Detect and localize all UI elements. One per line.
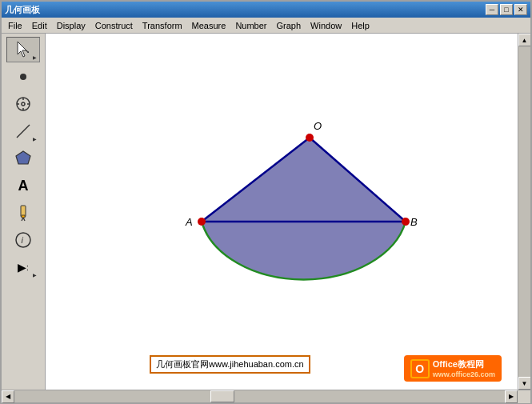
marker-tool[interactable] xyxy=(6,200,40,226)
office-badge-line2: www.office26.com xyxy=(433,370,495,378)
scroll-up-button[interactable]: ▲ xyxy=(518,34,531,46)
watermark-text: 几何画板官网www.jihehuaban.com.cn xyxy=(156,359,304,369)
menu-transform[interactable]: Transform xyxy=(138,19,187,32)
point-o xyxy=(306,134,314,142)
polygon-tool[interactable] xyxy=(6,146,40,171)
office-icon: O xyxy=(410,359,430,378)
scroll-left-button[interactable]: ◀ xyxy=(2,390,14,403)
custom-tool[interactable]: ▶: ▶ xyxy=(6,254,40,280)
menu-bar: File Edit Display Construct Transform Me… xyxy=(2,18,530,34)
scroll-right-button[interactable]: ▶ xyxy=(505,390,518,403)
svg-line-14 xyxy=(23,218,25,221)
scrollbar-corner xyxy=(518,390,530,403)
label-o: O xyxy=(314,120,322,132)
svg-marker-0 xyxy=(18,42,26,57)
office-badge-text: Office教程网 www.office26.com xyxy=(433,358,495,378)
close-button[interactable]: ✕ xyxy=(514,4,527,15)
scroll-track-vertical[interactable] xyxy=(518,46,531,377)
svg-rect-12 xyxy=(22,215,25,218)
scrollbar-horizontal: ◀ ▶ xyxy=(2,390,518,402)
label-b: B xyxy=(410,216,418,228)
bottom-area: ◀ ▶ xyxy=(2,390,530,402)
menu-measure[interactable]: Measure xyxy=(187,19,231,32)
scrollbar-vertical: ▲ ▼ xyxy=(518,34,530,390)
svg-line-9 xyxy=(17,125,30,138)
main-area: ▶ xyxy=(2,34,530,390)
menu-file[interactable]: File xyxy=(3,19,27,32)
menu-window[interactable]: Window xyxy=(306,19,346,32)
svg-point-2 xyxy=(20,74,26,80)
title-bar-controls: ─ □ ✕ xyxy=(486,4,527,15)
scroll-track-horizontal[interactable] xyxy=(14,390,505,402)
canvas-area[interactable]: O A B 几何画板官网www.jihehuaban.com.cn O Offi… xyxy=(46,34,518,390)
office-badge: O Office教程网 www.office26.com xyxy=(404,355,502,382)
custom-tool-arrow: ▶ xyxy=(33,272,37,278)
scroll-down-button[interactable]: ▼ xyxy=(518,377,531,390)
menu-display[interactable]: Display xyxy=(52,19,90,32)
line-tool-arrow: ▶ xyxy=(33,136,37,142)
title-bar: 几何画板 ─ □ ✕ xyxy=(2,2,530,18)
svg-point-15 xyxy=(16,233,30,247)
svg-marker-10 xyxy=(16,151,30,164)
point-b xyxy=(402,218,410,226)
scroll-thumb-horizontal[interactable] xyxy=(210,390,234,402)
svg-marker-1 xyxy=(26,50,29,53)
info-tool[interactable]: i xyxy=(6,227,40,253)
main-window: 几何画板 ─ □ ✕ File Edit Display Construct T… xyxy=(0,0,532,404)
minimize-button[interactable]: ─ xyxy=(486,4,498,15)
svg-point-4 xyxy=(22,102,25,106)
line-tool[interactable]: ▶ xyxy=(6,118,40,144)
menu-edit[interactable]: Edit xyxy=(27,19,52,32)
menu-help[interactable]: Help xyxy=(346,19,374,32)
maximize-button[interactable]: □ xyxy=(500,4,513,15)
menu-number[interactable]: Number xyxy=(230,19,271,32)
select-tool[interactable]: ▶ xyxy=(6,37,40,62)
svg-text:i: i xyxy=(22,235,24,245)
watermark-box: 几何画板官网www.jihehuaban.com.cn xyxy=(150,355,310,374)
compass-tool[interactable] xyxy=(6,91,40,117)
window-title: 几何画板 xyxy=(5,4,40,16)
point-tool[interactable] xyxy=(6,64,40,90)
text-tool[interactable]: A xyxy=(6,173,40,198)
menu-graph[interactable]: Graph xyxy=(272,19,306,32)
office-badge-line1: Office教程网 xyxy=(433,358,495,370)
geometry-svg: O A B xyxy=(46,34,518,390)
point-a xyxy=(198,218,206,226)
select-tool-arrow: ▶ xyxy=(33,54,37,60)
menu-construct[interactable]: Construct xyxy=(90,19,138,32)
shape-fill xyxy=(202,138,406,279)
label-a: A xyxy=(185,216,193,228)
toolbar: ▶ xyxy=(2,34,46,390)
